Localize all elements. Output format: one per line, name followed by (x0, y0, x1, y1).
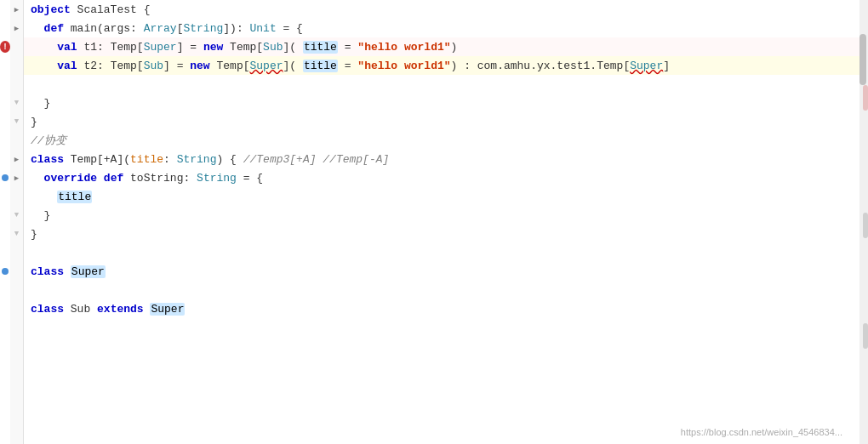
code-text: ScalaTest { (71, 3, 151, 16)
fold-line-4 (10, 56, 23, 75)
scrollbar-thumb[interactable] (859, 34, 866, 85)
code-text: ) (451, 41, 458, 54)
code-line-7: } (24, 112, 859, 131)
code-text: } (31, 228, 37, 241)
fold-line-13[interactable]: ▼ (10, 225, 23, 243)
code-text (97, 172, 104, 185)
type-sub: Sub (263, 41, 283, 54)
hl-title-2: title (303, 60, 338, 72)
code-text: } (31, 116, 37, 128)
code-text: = { (277, 22, 303, 35)
code-text: } (31, 209, 50, 222)
code-text (64, 265, 71, 278)
str-hello1: "hello world1" (357, 41, 450, 54)
kw-class3: class (31, 303, 64, 316)
str-hello2: "hello world1" (357, 60, 450, 72)
hl-super2: Super (150, 303, 185, 316)
code-text: ] = (177, 41, 203, 54)
bp-line-13 (0, 225, 10, 243)
indent (31, 191, 57, 203)
indent (31, 172, 44, 185)
fold-line-12[interactable]: ▼ (10, 206, 23, 225)
breakpoint-gutter: ! (0, 0, 10, 444)
code-text: ]( (283, 41, 303, 54)
code-area[interactable]: object ScalaTest { def main(args: Array … (24, 0, 859, 444)
dot-icon-line10 (2, 174, 9, 181)
fold-line-7[interactable]: ▼ (10, 112, 23, 131)
fold-line-2[interactable]: ▶ (10, 19, 23, 37)
hl-super: Super (71, 265, 106, 278)
type-super: Super (144, 41, 177, 54)
kw-extends: extends (97, 303, 144, 316)
fold-line-16 (10, 281, 23, 299)
bp-line-1 (0, 0, 10, 19)
fold-line-9[interactable]: ▶ (10, 150, 23, 168)
code-lines: object ScalaTest { def main(args: Array … (24, 0, 859, 318)
fold-line-6[interactable]: ▼ (10, 94, 23, 112)
code-text: t1: Temp[ (77, 41, 144, 54)
code-text: main(args: (64, 22, 144, 35)
code-line-10: override def toString: String = { (24, 168, 859, 187)
code-line-13: } (24, 225, 859, 243)
kw-def2: def (104, 172, 123, 185)
kw-new: new (203, 41, 223, 54)
fold-line-11 (10, 187, 23, 206)
scrollbar-mini-1 (863, 85, 868, 111)
bp-line-7 (0, 112, 10, 131)
fold-line-17 (10, 299, 23, 318)
code-line-14 (24, 243, 859, 262)
error-icon-line3[interactable]: ! (0, 41, 10, 53)
indent (31, 60, 57, 72)
type-string3: String (197, 172, 237, 185)
kw-class2: class (31, 265, 64, 278)
scrollbar-mini-3 (863, 323, 868, 349)
param-title: title (130, 153, 163, 166)
hl-title-1: title (303, 41, 338, 54)
code-line-6: } (24, 94, 859, 112)
code-line-16 (24, 281, 859, 299)
kw-val2: val (57, 60, 77, 72)
code-text: = (338, 41, 357, 54)
bp-line-2 (0, 19, 10, 37)
kw-def: def (44, 22, 64, 35)
code-text: Temp[ (210, 60, 250, 72)
code-text (144, 303, 151, 316)
kw-new2: new (190, 60, 209, 72)
fold-line-8 (10, 131, 23, 150)
fold-line-1[interactable]: ▶ (10, 0, 23, 19)
fold-line-10[interactable]: ▶ (10, 168, 23, 187)
bp-line-11 (0, 187, 10, 206)
kw-val: val (57, 41, 77, 54)
bp-line-10 (0, 168, 10, 187)
bp-line-16 (0, 281, 10, 299)
fold-line-15 (10, 262, 23, 281)
code-line-5 (24, 75, 859, 94)
kw-class: class (31, 153, 64, 166)
code-line-15: class Super (24, 262, 859, 281)
code-line-17: class Sub extends Super (24, 299, 859, 318)
type-super3: Super (630, 60, 663, 72)
type-array: Array (144, 22, 177, 35)
code-line-9: class Temp[+A]( title : String ) { //Tem… (24, 150, 859, 168)
bp-line-17 (0, 299, 10, 318)
fold-gutter: ▶ ▶ ▼ ▼ ▶ ▶ ▼ ▼ (10, 0, 24, 444)
type-super2: Super (249, 60, 283, 72)
hl-title-3: title (57, 191, 92, 203)
fold-line-5 (10, 75, 23, 94)
bp-line-4 (0, 56, 10, 75)
bp-line-6 (0, 94, 10, 112)
bp-line-3[interactable]: ! (0, 37, 10, 56)
code-text: toString: (123, 172, 197, 185)
fold-line-3 (10, 37, 23, 56)
code-text: Temp[ (223, 41, 263, 54)
code-text: = (338, 60, 357, 72)
dot-icon-line15 (2, 268, 9, 275)
scrollbar-mini-2 (863, 213, 868, 238)
left-gutter: ! ▶ ▶ (0, 0, 24, 444)
code-text: ]( (283, 60, 303, 72)
kw-override: override (44, 172, 97, 185)
indent (31, 41, 57, 54)
right-scrollbar[interactable] (859, 0, 868, 444)
indent (31, 22, 44, 35)
code-line-1: object ScalaTest { (24, 0, 859, 19)
